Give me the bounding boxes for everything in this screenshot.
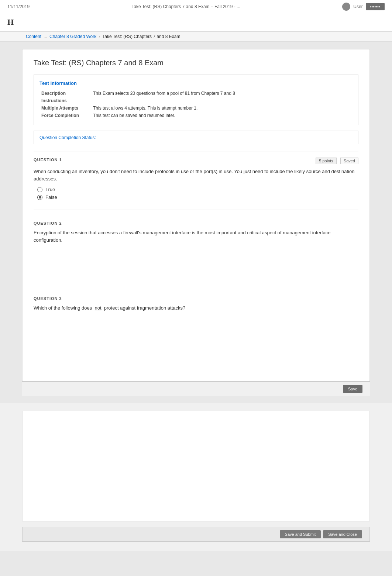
breadcrumb-content-link[interactable]: Content <box>26 34 41 39</box>
question-1-label: QUESTION 1 <box>34 158 62 162</box>
force-completion-value: This test can be saved and resumed later… <box>91 112 353 119</box>
force-completion-row: Force Completion This test can be saved … <box>39 112 353 119</box>
question-2-header: QUESTION 2 <box>34 221 358 225</box>
divider <box>34 152 358 152</box>
test-info-section: Test Information Description This Exam s… <box>34 75 358 125</box>
question-3-text: Which of the following does not protect … <box>34 304 358 312</box>
header-logo: H <box>7 17 14 27</box>
qcs-link[interactable]: Question Completion Status: <box>39 135 96 140</box>
question-1-option-true[interactable]: True <box>37 187 358 192</box>
user-avatar <box>342 3 350 11</box>
lower-section: Save and Submit Save and Close <box>0 403 392 551</box>
question-1-points: 5 points <box>316 158 337 164</box>
save-button[interactable]: Save <box>343 385 362 393</box>
save-close-button[interactable]: Save and Close <box>323 530 362 538</box>
question-2-text: Encryption of the session that accesses … <box>34 229 358 244</box>
multiple-attempts-label: Multiple Attempts <box>39 104 91 112</box>
radio-false[interactable] <box>37 195 42 200</box>
radio-true[interactable] <box>37 187 42 192</box>
question-1-text: When conducting an inventory, you don't … <box>34 168 358 182</box>
question-1-header: QUESTION 1 5 points Saved <box>34 158 358 164</box>
question-3-header: QUESTION 3 <box>34 296 358 301</box>
force-completion-label: Force Completion <box>39 112 91 119</box>
test-info-table: Description This Exam selects 20 questio… <box>39 90 353 119</box>
description-label: Description <box>39 90 91 97</box>
header-nav: H <box>0 13 392 32</box>
option-true-label: True <box>45 187 55 192</box>
user-label: User <box>353 4 362 9</box>
question-3-options <box>34 316 358 353</box>
main-wrapper: Take Test: (RS) Chapters 7 and 8 Exam Te… <box>0 42 392 403</box>
top-bar-right: User ▪▪▪▪▪▪▪ <box>342 3 385 11</box>
q3-text-not: not <box>95 305 102 311</box>
bottom-bar: Save <box>22 381 370 396</box>
multiple-attempts-row: Multiple Attempts This test allows 4 att… <box>39 104 353 112</box>
content-box: Take Test: (RS) Chapters 7 and 8 Exam Te… <box>22 49 370 381</box>
instructions-row: Instructions <box>39 97 353 104</box>
breadcrumb: Content ... Chapter 8 Graded Work › Take… <box>0 32 392 42</box>
top-bar-title: Take Test: (RS) Chapters 7 and 8 Exam – … <box>131 4 240 9</box>
multiple-attempts-value: This test allows 4 attempts. This is att… <box>91 104 353 112</box>
page-title: Take Test: (RS) Chapters 7 and 8 Exam <box>34 59 358 67</box>
instructions-value <box>91 97 353 104</box>
instructions-label: Instructions <box>39 97 91 104</box>
question-1-saved: Saved <box>340 158 358 164</box>
save-submit-button[interactable]: Save and Submit <box>280 530 321 538</box>
description-value: This Exam selects 20 questions from a po… <box>91 90 353 97</box>
breadcrumb-sep2: › <box>99 34 100 39</box>
top-action-button[interactable]: ▪▪▪▪▪▪▪ <box>366 3 385 10</box>
description-row: Description This Exam selects 20 questio… <box>39 90 353 97</box>
question-3-label: QUESTION 3 <box>34 296 62 301</box>
breadcrumb-current: Take Test: (RS) Chapters 7 and 8 Exam <box>102 34 180 39</box>
q3-text-end: protect against fragmentation attacks? <box>104 305 185 311</box>
lower-bottom-bar: Save and Submit Save and Close <box>22 527 370 542</box>
breadcrumb-chapter-link[interactable]: Chapter 8 Graded Work <box>49 34 96 39</box>
question-1-option-false[interactable]: False <box>37 194 358 200</box>
question-1-options: True False <box>37 187 358 200</box>
question-1-block: QUESTION 1 5 points Saved When conductin… <box>34 158 358 210</box>
question-2-label: QUESTION 2 <box>34 221 62 225</box>
test-info-header: Test Information <box>39 80 353 86</box>
qcs-section: Question Completion Status: <box>34 131 358 144</box>
breadcrumb-sep1: ... <box>44 34 47 39</box>
question-1-meta: 5 points Saved <box>316 158 358 164</box>
question-2-block: QUESTION 2 Encryption of the session tha… <box>34 221 358 285</box>
q3-text-start: Which of the following does <box>34 305 92 311</box>
footer-btn-group: Save and Submit Save and Close <box>280 530 362 538</box>
top-bar: 11/11/2019 Take Test: (RS) Chapters 7 an… <box>0 0 392 13</box>
lower-content-box <box>22 411 370 521</box>
option-false-label: False <box>45 194 57 200</box>
question-2-options <box>34 248 358 277</box>
question-3-block: QUESTION 3 Which of the following does n… <box>34 296 358 361</box>
top-bar-date: 11/11/2019 <box>7 4 30 9</box>
